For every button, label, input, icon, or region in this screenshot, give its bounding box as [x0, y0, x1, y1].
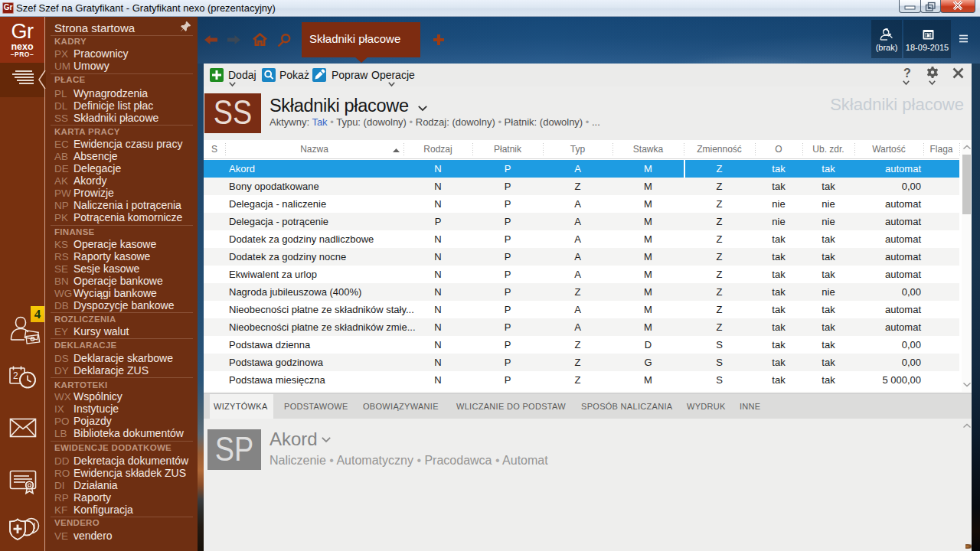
svg-text:2: 2 [13, 370, 18, 381]
